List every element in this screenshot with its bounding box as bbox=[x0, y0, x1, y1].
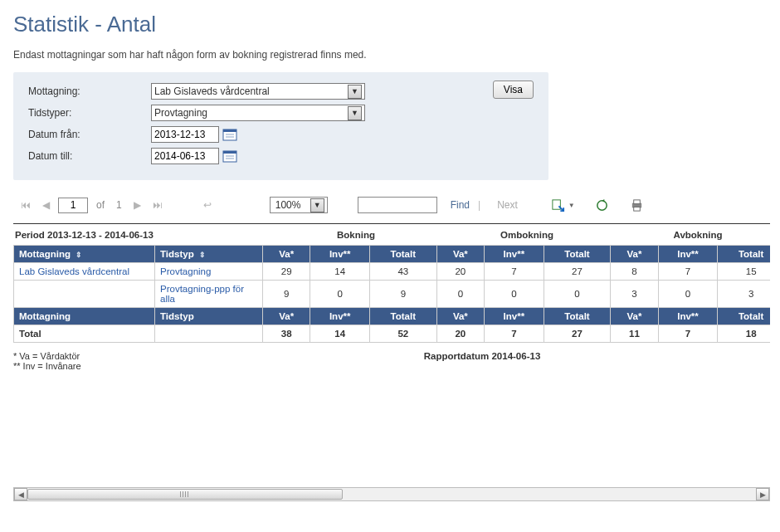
scroll-left-arrow-icon[interactable]: ◀ bbox=[14, 488, 27, 500]
svg-rect-5 bbox=[223, 151, 236, 154]
cell: 0 bbox=[658, 281, 718, 308]
page-subtitle: Endast mottagningar som har haft någon f… bbox=[13, 49, 767, 61]
col-va: Va* bbox=[611, 246, 658, 263]
cell bbox=[155, 325, 263, 343]
col-va: Va* bbox=[263, 308, 310, 325]
datum-fran-input[interactable] bbox=[151, 126, 219, 143]
page-number-input[interactable] bbox=[58, 198, 88, 213]
group-ombokning: Ombokning bbox=[441, 230, 612, 240]
scroll-right-arrow-icon[interactable]: ▶ bbox=[756, 488, 769, 500]
next-find-link[interactable]: Next bbox=[497, 199, 518, 211]
find-link[interactable]: Find bbox=[451, 199, 470, 211]
report-area: Period 2013-12-13 - 2014-06-13 Bokning O… bbox=[13, 218, 770, 371]
scroll-track[interactable] bbox=[27, 488, 756, 500]
filter-panel: Mottagning: Lab Gislaveds vårdcentral ▼ … bbox=[13, 72, 548, 180]
col-tidstyp-footer: Tidstyp bbox=[155, 308, 263, 325]
prev-page-button[interactable]: ◀ bbox=[38, 198, 53, 212]
cell: 20 bbox=[436, 325, 484, 343]
cell: 38 bbox=[263, 325, 310, 343]
col-totalt: Totalt bbox=[718, 308, 770, 325]
mottagning-link[interactable]: Lab Gislaveds vårdcentral bbox=[19, 266, 129, 276]
total-label: Total bbox=[14, 325, 155, 343]
cell: 15 bbox=[718, 263, 770, 281]
sort-icon: ⇕ bbox=[76, 251, 82, 259]
stats-table: Mottagning⇕ Tidstyp⇕ Va* Inv** Totalt Va… bbox=[13, 245, 770, 343]
sort-icon: ⇕ bbox=[199, 251, 206, 259]
tidstyp-link[interactable]: Provtagning bbox=[160, 266, 211, 276]
search-input[interactable] bbox=[358, 197, 437, 213]
col-va: Va* bbox=[436, 308, 484, 325]
col-inv: Inv** bbox=[658, 246, 718, 263]
col-totalt: Totalt bbox=[544, 308, 611, 325]
cell: 27 bbox=[544, 263, 611, 281]
chevron-down-icon: ▼ bbox=[348, 85, 362, 99]
cell: 0 bbox=[485, 281, 544, 308]
period-label: Period 2013-12-13 - 2014-06-13 bbox=[15, 230, 271, 240]
group-bokning: Bokning bbox=[271, 230, 441, 240]
col-totalt: Totalt bbox=[370, 308, 437, 325]
col-totalt: Totalt bbox=[370, 246, 437, 263]
col-inv: Inv** bbox=[310, 308, 370, 325]
back-parent-button[interactable]: ↩ bbox=[200, 198, 215, 212]
refresh-icon[interactable] bbox=[595, 198, 610, 212]
cell: 3 bbox=[718, 281, 770, 308]
total-row: Total 38 14 52 20 7 27 11 7 18 bbox=[14, 325, 771, 343]
col-totalt: Totalt bbox=[718, 246, 770, 263]
svg-rect-12 bbox=[634, 207, 641, 211]
zoom-value: 100% bbox=[275, 199, 301, 211]
zoom-select[interactable]: 100% ▼ bbox=[270, 197, 328, 213]
cell: 3 bbox=[611, 281, 658, 308]
cell: 20 bbox=[436, 263, 484, 281]
col-va: Va* bbox=[436, 246, 484, 263]
cell bbox=[14, 281, 155, 308]
cell: 52 bbox=[370, 325, 437, 343]
cell: 29 bbox=[263, 263, 310, 281]
svg-point-9 bbox=[597, 200, 607, 209]
report-date: Rapportdatum 2014-06-13 bbox=[345, 351, 619, 371]
cell: 7 bbox=[658, 325, 718, 343]
tidstyp-link[interactable]: Provtagning-ppp för alla bbox=[160, 284, 244, 304]
group-avbokning: Avbokning bbox=[612, 230, 770, 240]
visa-button[interactable]: Visa bbox=[493, 81, 534, 99]
first-page-button[interactable]: ⏮ bbox=[18, 198, 33, 212]
calendar-icon[interactable] bbox=[222, 127, 237, 142]
horizontal-scrollbar[interactable]: ◀ ▶ bbox=[13, 487, 770, 501]
datum-till-label: Datum till: bbox=[28, 150, 151, 162]
next-page-button[interactable]: ▶ bbox=[130, 198, 145, 212]
svg-rect-8 bbox=[553, 199, 560, 208]
col-mottagning-footer: Mottagning bbox=[14, 308, 155, 325]
cell: 9 bbox=[370, 281, 437, 308]
svg-rect-11 bbox=[634, 199, 641, 203]
report-toolbar: ⏮ ◀ of 1 ▶ ⏭ ↩ 100% ▼ Find | Next ▼ bbox=[13, 192, 760, 218]
cell: 14 bbox=[310, 263, 370, 281]
print-icon[interactable] bbox=[630, 198, 645, 212]
col-mottagning[interactable]: Mottagning⇕ bbox=[14, 246, 155, 263]
datum-fran-label: Datum från: bbox=[28, 129, 151, 140]
footnote-inv: ** Inv = Invånare bbox=[13, 361, 345, 371]
col-inv: Inv** bbox=[485, 246, 544, 263]
col-inv: Inv** bbox=[485, 308, 544, 325]
scroll-thumb[interactable] bbox=[27, 489, 343, 500]
cell: 8 bbox=[611, 263, 658, 281]
col-tidstyp[interactable]: Tidstyp⇕ bbox=[155, 246, 263, 263]
mottagning-label: Mottagning: bbox=[28, 85, 151, 97]
chevron-down-icon[interactable]: ▼ bbox=[568, 202, 575, 209]
col-inv: Inv** bbox=[658, 308, 718, 325]
footnote-va: * Va = Vårdaktör bbox=[13, 351, 345, 361]
cell: 7 bbox=[658, 263, 718, 281]
cell: 27 bbox=[544, 325, 611, 343]
datum-till-input[interactable] bbox=[151, 148, 219, 164]
page-total: 1 bbox=[116, 199, 122, 211]
tidstyper-select[interactable]: Provtagning ▼ bbox=[151, 105, 365, 121]
tidstyper-select-value: Provtagning bbox=[154, 107, 207, 119]
cell: 14 bbox=[310, 325, 370, 343]
page-of-label: of bbox=[96, 199, 105, 211]
cell: 7 bbox=[485, 263, 544, 281]
col-va: Va* bbox=[263, 246, 310, 263]
last-page-button[interactable]: ⏭ bbox=[150, 198, 165, 212]
export-icon[interactable] bbox=[551, 198, 566, 212]
mottagning-select[interactable]: Lab Gislaveds vårdcentral ▼ bbox=[151, 83, 365, 100]
col-va: Va* bbox=[611, 308, 658, 325]
cell: 0 bbox=[544, 281, 611, 308]
calendar-icon[interactable] bbox=[222, 149, 237, 164]
